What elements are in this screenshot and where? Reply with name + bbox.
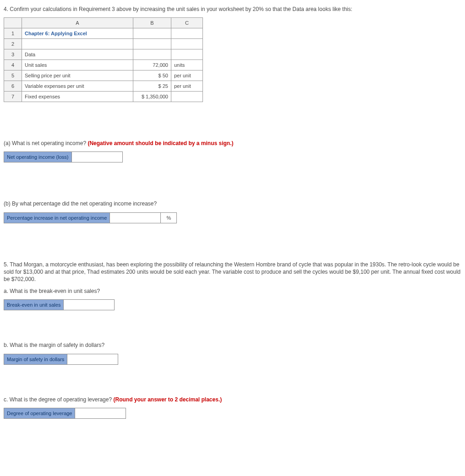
cell-a: Selling price per unit <box>22 70 133 81</box>
question-4a-text: (a) What is net operating income? (Negat… <box>4 140 461 147</box>
question-5c-hint: (Round your answer to 2 decimal places.) <box>113 396 222 403</box>
table-row: 6 Variable expenses per unit $ 25 per un… <box>4 81 203 92</box>
cell-a: Fixed expenses <box>22 92 133 102</box>
question-4a-plain: (a) What is net operating income? <box>4 140 88 146</box>
row-num: 5 <box>4 70 22 81</box>
cell-b <box>133 39 171 49</box>
table-row: 1 Chapter 6: Applying Excel <box>4 28 203 39</box>
table-row: 3 Data <box>4 49 203 60</box>
cell-c: per unit <box>171 70 203 81</box>
cell-a: Unit sales <box>22 60 133 70</box>
percentage-increase-input[interactable] <box>110 213 160 222</box>
cell-a: Chapter 6: Applying Excel <box>22 28 133 39</box>
excel-col-b-header: B <box>133 18 171 28</box>
question-5-text: 5. Thad Morgan, a motorcycle enthusiast,… <box>4 261 461 283</box>
answer-row-percentage-increase: Percentage increase in net operating inc… <box>4 212 177 223</box>
cell-b: $ 50 <box>133 70 171 81</box>
operating-leverage-input[interactable] <box>75 409 126 418</box>
answer-row-margin-safety: Margin of safety in dollars <box>4 354 118 365</box>
break-even-label: Break-even in unit sales <box>4 300 64 310</box>
cell-c: per unit <box>171 81 203 92</box>
break-even-input[interactable] <box>64 300 114 309</box>
row-num: 3 <box>4 49 22 60</box>
table-row: 4 Unit sales 72,000 units <box>4 60 203 70</box>
cell-c: units <box>171 60 203 70</box>
margin-safety-input[interactable] <box>67 355 118 364</box>
answer-row-net-operating-income: Net operating income (loss) <box>4 151 123 162</box>
table-row: 5 Selling price per unit $ 50 per unit <box>4 70 203 81</box>
table-row: 2 <box>4 39 203 49</box>
cell-a <box>22 39 133 49</box>
percentage-increase-label: Percentage increase in net operating inc… <box>4 212 110 223</box>
cell-c <box>171 49 203 60</box>
percent-unit: % <box>161 212 177 223</box>
excel-col-c-header: C <box>171 18 203 28</box>
cell-a: Variable expenses per unit <box>22 81 133 92</box>
answer-row-operating-leverage: Degree of operating leverage <box>4 408 126 419</box>
table-row: 7 Fixed expenses $ 1,350,000 <box>4 92 203 102</box>
answer-row-break-even: Break-even in unit sales <box>4 299 115 310</box>
cell-b: 72,000 <box>133 60 171 70</box>
cell-c <box>171 39 203 49</box>
excel-col-a-header: A <box>22 18 133 28</box>
excel-corner <box>4 18 22 28</box>
row-num: 2 <box>4 39 22 49</box>
cell-b <box>133 28 171 39</box>
question-5a-text: a. What is the break-even in unit sales? <box>4 287 461 295</box>
margin-safety-label: Margin of safety in dollars <box>4 354 67 364</box>
net-operating-income-input[interactable] <box>72 152 122 162</box>
cell-b: $ 1,350,000 <box>133 92 171 102</box>
question-5b-text: b. What is the margin of safety in dolla… <box>4 341 461 349</box>
question-5c-plain: c. What is the degree of operating lever… <box>4 396 113 403</box>
cell-b: $ 25 <box>133 81 171 92</box>
row-num: 7 <box>4 92 22 102</box>
question-4a-hint: (Negative amount should be indicated by … <box>88 140 233 146</box>
question-4b-text: (b) By what percentage did the net opera… <box>4 200 461 207</box>
row-num: 1 <box>4 28 22 39</box>
excel-data-table: A B C 1 Chapter 6: Applying Excel 2 3 Da… <box>4 17 203 102</box>
net-operating-income-label: Net operating income (loss) <box>4 152 72 162</box>
question-5c-text: c. What is the degree of operating lever… <box>4 396 461 403</box>
cell-c <box>171 92 203 102</box>
cell-b <box>133 49 171 60</box>
operating-leverage-label: Degree of operating leverage <box>4 408 75 418</box>
row-num: 4 <box>4 60 22 70</box>
cell-a: Data <box>22 49 133 60</box>
row-num: 6 <box>4 81 22 92</box>
cell-c <box>171 28 203 39</box>
question-4-text: 4. Confirm your calculations in Requirem… <box>4 5 461 13</box>
